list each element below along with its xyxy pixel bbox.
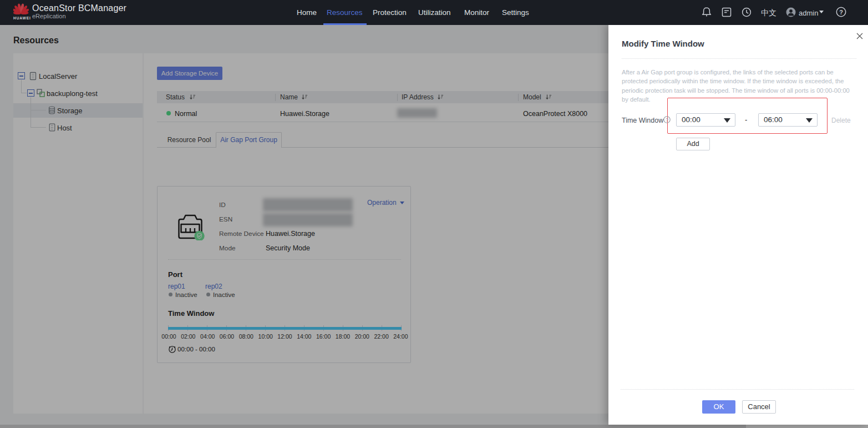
svg-text:?: ? [839,9,843,16]
svg-text:?: ? [666,117,668,123]
